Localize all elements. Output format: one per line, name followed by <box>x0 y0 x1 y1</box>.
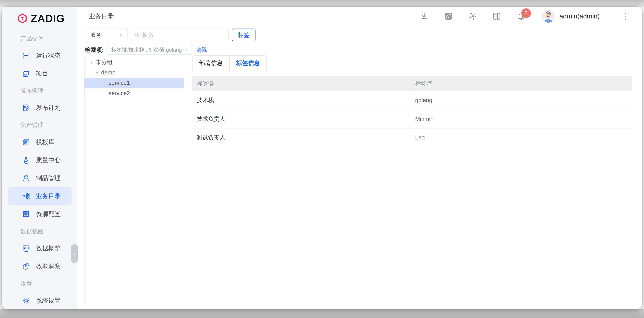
caret-down-icon[interactable]: ▾ <box>90 60 92 65</box>
tree-node-label: service2 <box>109 90 130 97</box>
sidebar-collapse-handle[interactable]: ‹ <box>71 244 78 263</box>
label-value-cell: Minmin <box>408 110 632 128</box>
label-key-cell: 技术栈 <box>192 91 408 110</box>
sidebar-item-label: 效能洞察 <box>36 262 60 270</box>
label-value-cell: golang <box>408 91 632 110</box>
topbar: 业务目录 A 文 <box>77 7 642 26</box>
artifact-package-icon <box>22 174 30 182</box>
sidebar-item-label: 运行状态 <box>36 51 60 60</box>
label-key-cell: 测试负责人 <box>192 128 408 147</box>
page-title: 业务目录 <box>89 7 114 26</box>
project-board-icon: PM <box>22 70 30 77</box>
sidebar-section-product-delivery: 产品交付 <box>2 30 77 47</box>
filter-chip[interactable]: 标签键:技术栈 : 标签值:golang × <box>107 45 192 55</box>
sidebar-item-business-catalog[interactable]: 业务目录 <box>8 187 72 205</box>
avatar <box>542 10 555 23</box>
category-select-value: 服务 <box>90 31 102 39</box>
main-content: 服务 ∨ 标签 检索项: 标签键:技术栈 : 标签值:golang × 清除 <box>77 26 642 309</box>
sidebar-item-label: 项目 <box>36 69 48 78</box>
tree-node-demo[interactable]: ▾ demo <box>84 67 184 78</box>
resource-config-icon <box>22 210 30 218</box>
insight-pie-icon <box>22 263 30 270</box>
notification-bell-icon[interactable]: 2 <box>516 12 525 21</box>
table-row: 测试负责人 Leo <box>192 128 632 147</box>
background-bottom-band <box>0 309 644 318</box>
label-table: 标签键 标签值 技术栈 golang 技术负责人 Minmin 测试负责人 <box>192 76 632 147</box>
sidebar-item-artifact-mgmt[interactable]: 制品管理 <box>2 169 77 187</box>
filter-chip-text: 标签键:技术栈 : 标签值:golang <box>111 46 182 53</box>
sidebar-item-label: 数据概览 <box>36 244 60 252</box>
sidebar-section-settings: 设置 <box>2 275 77 292</box>
background-top-band <box>0 0 644 7</box>
search-box[interactable] <box>130 29 228 41</box>
svg-text:文: 文 <box>449 14 451 16</box>
username: admin(admin) <box>560 13 600 20</box>
tree-node-ungrouped[interactable]: ▾ 未分组 <box>84 57 184 67</box>
sidebar-item-projects[interactable]: PM 项目 <box>2 65 77 83</box>
download-icon[interactable] <box>420 12 429 21</box>
release-plan-icon <box>22 104 30 112</box>
applied-filters-row: 检索项: 标签键:技术栈 : 标签值:golang × 清除 <box>85 45 208 55</box>
sidebar-item-release-plan[interactable]: 发布计划 <box>2 99 77 117</box>
quality-flask-icon <box>22 156 30 164</box>
sidebar-item-template-library[interactable]: 模板库 <box>2 133 77 151</box>
sidebar-item-label: 制品管理 <box>36 174 60 182</box>
caret-down-icon[interactable]: ▾ <box>96 70 98 75</box>
chevron-down-icon: ∨ <box>119 33 123 37</box>
sidebar-section-asset-mgmt: 资产管理 <box>2 117 77 133</box>
user-menu[interactable]: admin(admin) <box>542 10 600 23</box>
tab-label-info[interactable]: 标签信息 <box>229 56 266 71</box>
sidebar-section-release-mgmt: 发布管理 <box>2 83 77 99</box>
label-key-cell: 技术负责人 <box>192 110 408 128</box>
tree-node-label: service1 <box>109 80 130 86</box>
more-menu-icon[interactable]: ⋮ <box>622 12 630 20</box>
tree-node-service1[interactable]: service1 <box>84 78 184 88</box>
tag-filter-button[interactable]: 标签 <box>232 29 256 41</box>
sidebar-item-resource-config[interactable]: 资源配置 <box>2 205 77 223</box>
sidebar-item-system-settings[interactable]: Z 系统设置 <box>2 292 77 309</box>
collapse-chevron-icon: ‹ <box>73 250 75 257</box>
cluster-icon[interactable] <box>468 12 477 21</box>
category-select[interactable]: 服务 ∨ <box>85 29 128 41</box>
service-tree: ▾ 未分组 ▾ demo service1 service2 <box>84 55 184 303</box>
applied-filters-label: 检索项: <box>85 46 104 54</box>
sidebar-item-running-status[interactable]: 运行状态 <box>2 47 77 65</box>
tree-node-service2[interactable]: service2 <box>84 88 184 98</box>
monitor-pulse-icon <box>22 52 30 59</box>
tree-node-label: demo <box>101 69 116 76</box>
svg-text:A: A <box>446 14 449 19</box>
data-overview-icon <box>22 245 30 252</box>
tab-group: 部署信息 标签信息 <box>192 55 267 71</box>
sidebar-item-label: 业务目录 <box>36 192 60 200</box>
template-library-icon <box>22 138 30 146</box>
search-input[interactable] <box>142 32 224 39</box>
table-header-row: 标签键 标签值 <box>192 76 632 91</box>
sidebar-item-data-overview[interactable]: 数据概览 <box>2 239 77 257</box>
translate-icon[interactable]: A 文 <box>444 12 453 21</box>
system-settings-icon: Z <box>22 297 30 304</box>
detail-tabs: 部署信息 标签信息 <box>192 55 632 71</box>
sidebar-item-label: 质量中心 <box>36 156 60 164</box>
zadig-logo[interactable]: ZADIG <box>2 7 77 30</box>
docs-book-icon[interactable] <box>492 12 501 21</box>
table-row: 技术负责人 Minmin <box>192 110 632 128</box>
app-window: ZADIG 产品交付 运行状态 PM 项目 发布管理 <box>2 7 642 309</box>
notification-badge: 2 <box>521 8 531 18</box>
sidebar-item-quality-center[interactable]: 质量中心 <box>2 151 77 169</box>
column-header-label-value: 标签值 <box>408 76 632 91</box>
business-catalog-icon <box>22 192 30 200</box>
sidebar-item-label: 发布计划 <box>36 104 60 112</box>
sidebar-item-label: 系统设置 <box>36 296 60 305</box>
chip-close-icon[interactable]: × <box>185 47 188 53</box>
tree-node-label: 未分组 <box>96 58 112 66</box>
svg-text:Z: Z <box>25 299 27 302</box>
sidebar-item-insight[interactable]: 效能洞察 <box>2 257 77 275</box>
tab-deploy-info[interactable]: 部署信息 <box>192 56 229 71</box>
filter-row: 服务 ∨ 标签 <box>85 29 256 41</box>
table-row: 技术栈 golang <box>192 91 632 110</box>
zadig-wordmark: ZADIG <box>31 13 64 25</box>
topbar-actions: A 文 <box>420 7 630 26</box>
clear-filters-link[interactable]: 清除 <box>196 46 208 54</box>
sidebar: ZADIG 产品交付 运行状态 PM 项目 发布管理 <box>2 7 77 309</box>
search-icon <box>134 32 140 38</box>
